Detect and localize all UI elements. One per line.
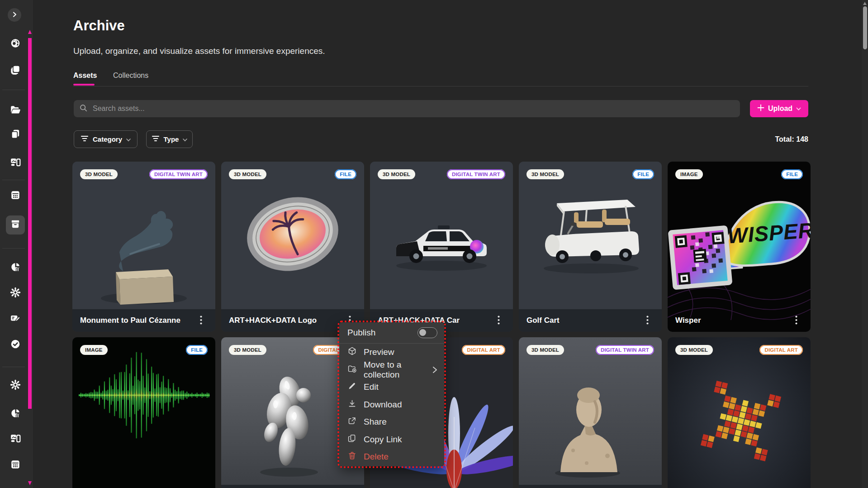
sidebar-item-check-circle[interactable] bbox=[6, 335, 25, 354]
chevron-down-icon bbox=[126, 135, 131, 143]
asset-tag-badge: DIGITAL TWIN ART bbox=[596, 345, 654, 355]
asset-card[interactable]: 3D MODELFILEGolf Cart bbox=[519, 162, 662, 332]
sidebar-divider bbox=[2, 90, 25, 90]
publish-toggle[interactable] bbox=[417, 327, 437, 338]
sidebar-item-copy-pages[interactable] bbox=[6, 125, 25, 144]
layers-icon bbox=[10, 64, 21, 77]
sidebar-item-settings-gear[interactable] bbox=[6, 284, 25, 303]
search-icon bbox=[80, 104, 87, 114]
sidebar bbox=[0, 0, 33, 488]
asset-menu-button[interactable] bbox=[645, 314, 650, 328]
asset-card-footer bbox=[370, 485, 513, 488]
page-title: Archive bbox=[73, 18, 125, 34]
sidebar-item-globe-search[interactable] bbox=[6, 35, 25, 54]
settings-gear-icon bbox=[10, 287, 21, 300]
asset-tag-badge: FILE bbox=[335, 169, 356, 179]
trash-icon bbox=[347, 451, 357, 463]
context-menu-item-label: Preview bbox=[364, 347, 394, 357]
filter-type-label: Type bbox=[164, 135, 179, 143]
publish-toggle-knob bbox=[419, 329, 426, 336]
asset-card-footer bbox=[72, 485, 215, 488]
context-menu-item-move-to-a-collection[interactable]: Move to a collection bbox=[339, 361, 444, 379]
sidebar-expand-button[interactable] bbox=[8, 8, 21, 22]
kebab-icon bbox=[646, 316, 649, 326]
asset-badges: 3D MODELDIGITAL ART bbox=[675, 345, 803, 355]
asset-type-badge: 3D MODEL bbox=[526, 169, 564, 179]
asset-title: Wisper bbox=[675, 316, 701, 325]
asset-badges: 3D MODELDIGITAL TWIN ART bbox=[80, 169, 208, 179]
search-box[interactable] bbox=[74, 100, 740, 117]
page-scroll-up-arrow[interactable] bbox=[863, 2, 867, 5]
tab-assets[interactable]: Assets bbox=[73, 72, 97, 80]
asset-tag-badge: FILE bbox=[186, 345, 208, 355]
sidebar-item-pie-chart[interactable] bbox=[6, 405, 25, 424]
asset-thumbnail bbox=[72, 337, 215, 488]
sidebar-divider bbox=[2, 180, 25, 180]
tab-collections[interactable]: Collections bbox=[113, 72, 148, 80]
upload-button[interactable]: Upload bbox=[750, 100, 808, 117]
asset-card-footer: Wisper bbox=[668, 309, 811, 332]
asset-card-footer bbox=[668, 485, 811, 488]
sidebar-item-calendar-grid[interactable] bbox=[6, 456, 25, 475]
filter-category-button[interactable]: Category bbox=[74, 130, 138, 148]
tab-bar-divider bbox=[73, 86, 808, 86]
asset-card[interactable]: 3D MODELDIGITAL TWIN ARTBust of a Woman … bbox=[519, 337, 662, 488]
chevron-right-icon bbox=[432, 366, 438, 374]
filter-category-label: Category bbox=[93, 135, 122, 143]
search-input[interactable] bbox=[92, 104, 636, 113]
asset-tag-badge: DIGITAL ART bbox=[759, 345, 803, 355]
asset-title: Monument to Paul Cézanne bbox=[80, 316, 180, 325]
asset-menu-button[interactable] bbox=[496, 314, 502, 328]
globe-search-icon bbox=[10, 38, 21, 51]
asset-badges: IMAGEFILE bbox=[80, 345, 208, 355]
asset-card-footer: Monument to Paul Cézanne bbox=[72, 309, 215, 332]
sidebar-item-devices[interactable] bbox=[6, 153, 25, 172]
pie-chart-icon bbox=[10, 262, 21, 274]
sidebar-scroll-down-arrow[interactable] bbox=[28, 481, 32, 485]
asset-type-badge: 3D MODEL bbox=[675, 345, 713, 355]
sidebar-item-archive-box[interactable] bbox=[6, 215, 25, 234]
context-menu-item-edit[interactable]: Edit bbox=[339, 378, 444, 396]
chevron-right-icon bbox=[12, 11, 17, 19]
asset-card[interactable]: 3D MODELFILEART+HACK+DATA Logo bbox=[221, 162, 364, 332]
sidebar-scrollbar-thumb[interactable] bbox=[28, 38, 32, 409]
asset-badges: 3D MODELDIGITAL ART bbox=[229, 345, 356, 355]
sidebar-scroll-up-arrow[interactable] bbox=[28, 30, 32, 34]
context-menu-item-download[interactable]: Download bbox=[339, 396, 444, 414]
sidebar-item-settings-gear[interactable] bbox=[6, 376, 25, 395]
sidebar-item-layers[interactable] bbox=[6, 61, 25, 80]
asset-card[interactable]: 3D MODELDIGITAL TWIN ARTMonument to Paul… bbox=[72, 162, 215, 332]
asset-card[interactable]: 3D MODELDIGITAL ART bbox=[668, 337, 811, 488]
asset-menu-button[interactable] bbox=[198, 314, 204, 328]
context-menu-item-share[interactable]: Share bbox=[339, 413, 444, 431]
folder-open-icon bbox=[10, 104, 21, 117]
asset-menu-button[interactable] bbox=[793, 314, 799, 328]
asset-card[interactable]: WISPERIMAGEFILEWisper bbox=[668, 162, 811, 332]
sidebar-item-calendar-grid[interactable] bbox=[6, 187, 25, 206]
asset-badges: 3D MODELDIGITAL TWIN ART bbox=[378, 169, 505, 179]
context-menu-items: PreviewMove to a collectionEditDownloadS… bbox=[339, 344, 444, 466]
archive-box-icon bbox=[10, 219, 21, 231]
asset-card[interactable]: IMAGEFILE bbox=[72, 337, 215, 488]
asset-thumbnail bbox=[519, 162, 662, 309]
calendar-grid-icon bbox=[10, 190, 21, 202]
sidebar-item-folder-open[interactable] bbox=[6, 101, 25, 120]
asset-thumbnail bbox=[72, 162, 215, 309]
sidebar-item-pie-chart[interactable] bbox=[6, 258, 25, 277]
context-menu-item-copy-link[interactable]: Copy Link bbox=[339, 431, 444, 449]
asset-card[interactable]: 3D MODELDIGITAL TWIN ARTART+HACK+DATA Ca… bbox=[370, 162, 513, 332]
sidebar-item-contact-edit[interactable] bbox=[6, 310, 25, 329]
context-menu-item-label: Copy Link bbox=[364, 435, 402, 445]
share-icon bbox=[347, 416, 357, 428]
context-menu-item-preview[interactable]: Preview bbox=[339, 344, 444, 361]
context-menu-item-delete[interactable]: Delete bbox=[339, 448, 444, 466]
download-icon bbox=[347, 399, 357, 411]
filter-type-button[interactable]: Type bbox=[146, 130, 193, 148]
sidebar-item-devices[interactable] bbox=[6, 430, 25, 449]
active-tab-underline bbox=[73, 84, 95, 86]
page-scrollbar-thumb[interactable] bbox=[863, 6, 867, 49]
asset-tag-badge: DIGITAL TWIN ART bbox=[149, 169, 208, 179]
kebab-icon bbox=[200, 316, 202, 326]
page-scrollbar[interactable] bbox=[862, 0, 868, 488]
app-root: Archive Upload, organize, and visualize … bbox=[0, 0, 868, 488]
